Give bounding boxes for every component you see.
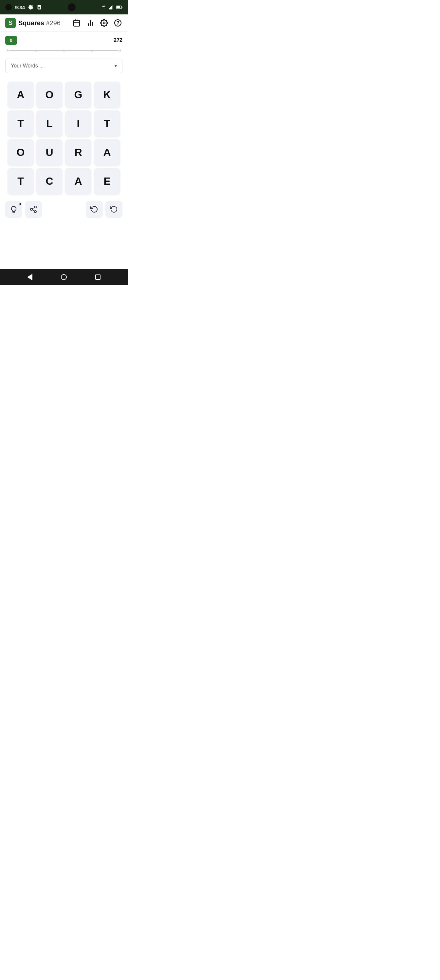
progress-bar: ★ ★ ★ ★ ★ <box>5 48 122 53</box>
max-score: 272 <box>114 37 122 43</box>
svg-rect-4 <box>110 7 111 9</box>
star-2: ★ <box>33 48 38 53</box>
letter-grid: AOGKTLITOURATCAE <box>8 81 120 194</box>
status-time: 9:34 <box>15 5 25 10</box>
calendar-icon <box>73 19 81 27</box>
tile-e-15[interactable]: E <box>94 168 120 194</box>
lightbulb-icon <box>10 205 17 213</box>
svg-point-17 <box>103 22 105 24</box>
bottom-toolbar: 3 <box>0 197 128 222</box>
svg-rect-10 <box>74 20 79 26</box>
star-5: ★ <box>118 48 122 53</box>
stats-icon <box>86 19 94 27</box>
settings-icon <box>100 19 108 27</box>
tile-g-2[interactable]: G <box>65 81 91 108</box>
tile-a-0[interactable]: A <box>8 81 34 108</box>
share-button[interactable] <box>25 201 42 218</box>
star-3: ★ <box>62 48 66 53</box>
status-sim-icon <box>37 5 42 10</box>
svg-line-25 <box>32 208 35 209</box>
android-nav-bar <box>0 269 128 285</box>
puzzle-number: #296 <box>46 19 61 27</box>
tile-o-8[interactable]: O <box>8 139 34 165</box>
signal-icon <box>109 5 114 10</box>
spacer <box>0 222 128 269</box>
progress-stars: ★ ★ ★ ★ ★ <box>5 48 122 53</box>
battery-icon <box>116 5 122 9</box>
svg-rect-5 <box>111 6 112 10</box>
current-score: 0 <box>5 36 17 45</box>
tool-group-left: 3 <box>5 201 42 218</box>
tile-t-7[interactable]: T <box>94 110 120 137</box>
tile-a-11[interactable]: A <box>94 139 120 165</box>
chevron-down-icon: ▾ <box>114 63 117 68</box>
recent-button[interactable] <box>95 274 100 280</box>
your-words-label: Your Words ... <box>11 63 44 69</box>
settings-button[interactable] <box>100 18 109 27</box>
svg-rect-3 <box>109 8 110 10</box>
your-words-dropdown[interactable]: Your Words ... ▾ <box>5 59 122 73</box>
help-icon <box>114 19 122 27</box>
undo-icon <box>91 205 98 213</box>
stats-button[interactable] <box>86 18 95 27</box>
back-button[interactable] <box>27 274 32 280</box>
tile-k-3[interactable]: K <box>94 81 120 108</box>
tile-a-14[interactable]: A <box>65 168 91 194</box>
star-1: ★ <box>5 48 10 53</box>
svg-rect-8 <box>122 6 122 8</box>
score-row: 0 272 <box>5 36 122 45</box>
tile-o-1[interactable]: O <box>37 81 62 108</box>
svg-rect-9 <box>116 6 120 8</box>
tile-c-13[interactable]: C <box>37 168 62 194</box>
tile-t-4[interactable]: T <box>8 110 34 137</box>
tile-r-10[interactable]: R <box>65 139 91 165</box>
tile-l-5[interactable]: L <box>37 110 62 137</box>
help-button[interactable] <box>113 18 122 27</box>
app-title: Squares #296 <box>18 19 70 27</box>
score-section: 0 272 ★ ★ ★ ★ ★ <box>0 32 128 56</box>
share-icon <box>29 205 37 213</box>
svg-line-24 <box>32 210 35 211</box>
tool-group-right <box>86 201 122 218</box>
tile-t-12[interactable]: T <box>8 168 34 194</box>
star-4: ★ <box>90 48 94 53</box>
app-logo: S <box>5 18 16 28</box>
status-right <box>102 5 122 10</box>
game-grid-section: AOGKTLITOURATCAE <box>0 76 128 197</box>
clear-button[interactable] <box>105 201 122 218</box>
hint-count: 3 <box>19 202 21 206</box>
svg-rect-6 <box>112 5 113 9</box>
home-button[interactable] <box>61 274 67 280</box>
svg-point-2 <box>104 8 104 9</box>
top-nav: S Squares #296 <box>0 14 128 32</box>
your-words-section: Your Words ... ▾ <box>0 56 128 76</box>
wifi-icon <box>102 5 107 10</box>
svg-rect-1 <box>38 7 40 8</box>
undo-button[interactable] <box>86 201 103 218</box>
hint-button[interactable]: 3 <box>5 201 22 218</box>
status-left: 9:34 <box>5 4 42 11</box>
nav-icons <box>72 18 122 27</box>
calendar-button[interactable] <box>72 18 81 27</box>
status-gear-icon <box>28 5 33 10</box>
clear-icon <box>110 205 118 213</box>
tile-u-9[interactable]: U <box>37 139 62 165</box>
status-bar: 9:34 <box>0 0 128 14</box>
tile-i-6[interactable]: I <box>65 110 91 137</box>
